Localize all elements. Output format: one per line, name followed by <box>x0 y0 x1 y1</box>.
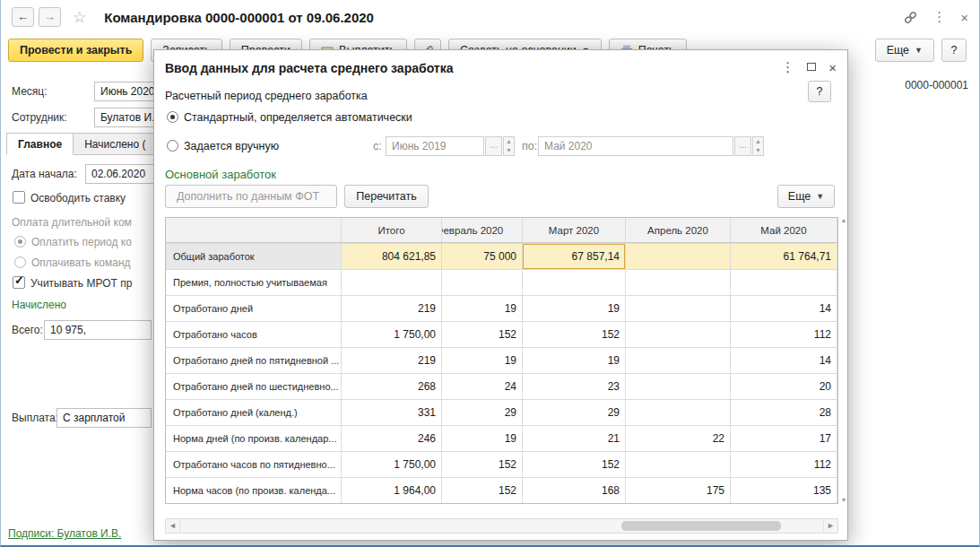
dialog-more-button[interactable]: Еще ▼ <box>777 185 835 208</box>
grid-cell[interactable]: 23 <box>523 374 626 399</box>
grid-vertical-scrollbar[interactable]: ▲ ▼ <box>839 217 848 503</box>
grid-cell[interactable]: 20 <box>731 374 837 399</box>
forward-button[interactable]: → <box>39 7 61 27</box>
window-close-icon[interactable]: × <box>960 10 968 25</box>
grid-cell-total[interactable]: 268 <box>342 374 442 399</box>
grid-row-label[interactable]: Отработано часов <box>166 322 342 347</box>
grid-row-label[interactable]: Отработано дней <box>166 296 342 321</box>
grid-cell[interactable]: 152 <box>442 452 523 477</box>
grid-cell[interactable] <box>626 322 731 347</box>
mrot-checkbox[interactable]: ✓ <box>13 276 25 289</box>
grid-cell[interactable]: 21 <box>523 426 626 451</box>
grid-months-viewport: 242320 <box>442 374 837 399</box>
grid-cell-total[interactable]: 1 750,00 <box>342 452 442 477</box>
grid-cell[interactable]: 61 764,71 <box>731 244 837 269</box>
grid-row: Премия, полностью учитываемая <box>166 269 837 295</box>
scroll-left-icon[interactable]: ◄ <box>166 519 180 533</box>
grid-cell[interactable]: 152 <box>442 322 523 347</box>
grid-row-label[interactable]: Общий заработок <box>166 244 342 269</box>
grid-col-header-total[interactable]: Итого <box>342 218 442 242</box>
dialog-maximize-icon[interactable] <box>807 61 816 74</box>
grid-cell[interactable] <box>626 270 731 295</box>
grid-cell[interactable] <box>626 400 731 425</box>
grid-cell[interactable]: 75 000 <box>442 244 523 269</box>
grid-cell-total[interactable]: 219 <box>342 348 442 373</box>
grid-horizontal-scrollbar[interactable]: ◄ ► <box>165 518 838 534</box>
spin-down-icon: ▼ <box>753 146 763 155</box>
favorite-star-icon[interactable]: ☆ <box>73 8 86 27</box>
grid-row-label[interactable]: Норма дней (по произв. календар... <box>166 426 342 451</box>
reread-button[interactable]: Перечитать <box>344 185 429 208</box>
grid-cell[interactable]: 22 <box>626 426 731 451</box>
grid-cell[interactable]: 24 <box>442 374 523 399</box>
back-button[interactable]: ← <box>12 7 34 27</box>
grid-cell[interactable]: 135 <box>731 478 837 503</box>
dialog-help-button[interactable]: ? <box>808 81 831 102</box>
grid-cell[interactable]: 19 <box>442 348 523 373</box>
grid-row-label[interactable]: Премия, полностью учитываемая <box>166 270 342 295</box>
grid-cell-total[interactable]: 219 <box>342 296 442 321</box>
total-input[interactable] <box>44 320 152 340</box>
standard-period-radio[interactable] <box>167 111 178 123</box>
grid-row-label[interactable]: Отработано дней по шестидневно... <box>166 374 342 399</box>
grid-cell-total[interactable] <box>342 270 442 295</box>
grid-cell[interactable]: 152 <box>442 478 523 503</box>
dialog-close-icon[interactable]: × <box>828 60 837 75</box>
scroll-down-icon[interactable]: ▼ <box>839 497 848 503</box>
scrollbar-thumb[interactable] <box>621 521 781 531</box>
grid-cell[interactable] <box>626 452 731 477</box>
grid-row-label[interactable]: Отработано дней (календ.) <box>166 400 342 425</box>
grid-row-label[interactable]: Отработано дней по пятидневной ... <box>166 348 342 373</box>
grid-cell[interactable] <box>626 296 731 321</box>
grid-cell[interactable] <box>731 270 837 295</box>
grid-cell[interactable]: 175 <box>626 478 731 503</box>
grid-cell[interactable]: 19 <box>523 296 626 321</box>
grid-cell[interactable]: 67 857,14 <box>523 244 626 269</box>
grid-cell[interactable] <box>626 348 731 373</box>
grid-corner-cell[interactable] <box>166 218 342 242</box>
grid-cell-total[interactable]: 1 750,00 <box>342 322 442 347</box>
grid-cell[interactable]: 29 <box>523 400 626 425</box>
grid-cell[interactable]: 112 <box>731 452 837 477</box>
grid-cell-total[interactable]: 331 <box>342 400 442 425</box>
grid-cell[interactable]: 14 <box>731 348 837 373</box>
grid-cell[interactable]: 168 <box>523 478 626 503</box>
grid-cell[interactable]: 19 <box>523 348 626 373</box>
grid-cell[interactable]: 152 <box>523 322 626 347</box>
grid-cell[interactable] <box>626 244 731 269</box>
help-button[interactable]: ? <box>941 39 967 62</box>
grid-cell[interactable]: 17 <box>731 426 837 451</box>
grid-row-label[interactable]: Норма часов (по произв. календа... <box>166 478 342 503</box>
release-rate-checkbox[interactable] <box>13 191 25 204</box>
dialog-menu-icon[interactable]: ⋮ <box>781 59 794 75</box>
grid-cell[interactable] <box>442 270 523 295</box>
grid-cell[interactable]: 112 <box>731 322 837 347</box>
grid-cell-total[interactable]: 1 964,00 <box>342 478 442 503</box>
get-link-icon[interactable] <box>903 10 918 25</box>
more-button[interactable]: Еще ▼ <box>875 39 934 62</box>
grid-cell[interactable] <box>523 270 626 295</box>
signatures-link[interactable]: Подписи: Булатов И.В. <box>8 527 121 540</box>
scroll-right-icon[interactable]: ► <box>823 519 837 533</box>
grid-cell-total[interactable]: 246 <box>342 426 442 451</box>
payment-select[interactable] <box>56 408 152 428</box>
manual-period-radio[interactable] <box>167 140 178 152</box>
post-and-close-button[interactable]: Провести и закрыть <box>8 39 143 62</box>
tab-main[interactable]: Главное <box>6 133 74 155</box>
spin-up-icon: ▲ <box>504 137 514 146</box>
grid-col-header-month[interactable]: Май 2020 <box>731 218 837 242</box>
grid-cell[interactable]: 28 <box>731 400 837 425</box>
grid-col-header-month[interactable]: Апрель 2020 <box>626 218 731 242</box>
grid-cell[interactable]: 29 <box>442 400 523 425</box>
grid-cell[interactable] <box>626 374 731 399</box>
grid-cell[interactable]: 19 <box>442 296 523 321</box>
window-menu-icon[interactable]: ⋮ <box>932 9 946 25</box>
grid-cell-total[interactable]: 804 621,85 <box>342 244 442 269</box>
grid-col-header-month[interactable]: Февраль 2020 <box>442 218 523 242</box>
grid-cell[interactable]: 14 <box>731 296 837 321</box>
grid-col-header-month[interactable]: Март 2020 <box>523 218 626 242</box>
grid-row-label[interactable]: Отработано часов по пятидневно... <box>166 452 342 477</box>
scroll-up-icon[interactable]: ▲ <box>839 217 848 223</box>
grid-cell[interactable]: 19 <box>442 426 523 451</box>
grid-cell[interactable]: 152 <box>523 452 626 477</box>
